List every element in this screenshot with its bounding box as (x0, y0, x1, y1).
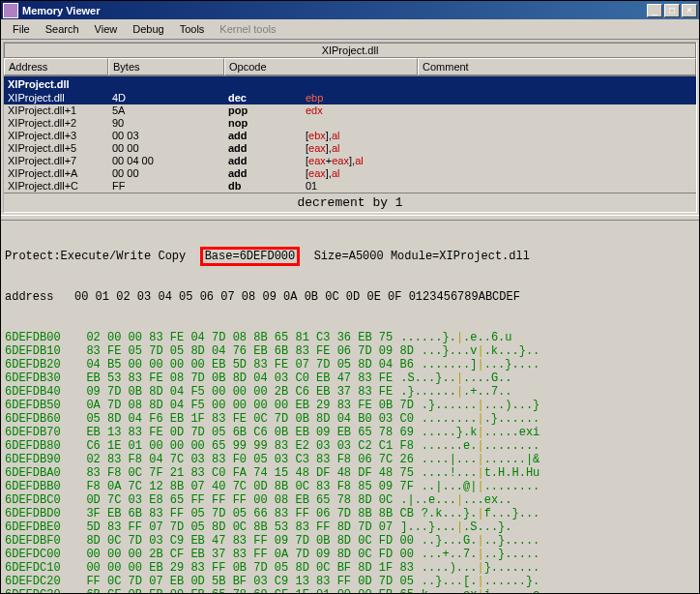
hex-row[interactable]: 6DEFDB30 EB 53 83 FE 08 7D 0B 8D 04 03 C… (5, 371, 695, 385)
hex-row[interactable]: 6DEFDBA0 83 F8 0C 7F 21 83 C0 FA 74 15 4… (5, 466, 695, 480)
hex-row[interactable]: 6DEFDBF0 8D 0C 7D 03 C9 EB 47 83 FF 09 7… (5, 534, 695, 548)
col-address[interactable]: Address (4, 58, 108, 75)
menu-search[interactable]: Search (38, 21, 87, 37)
col-bytes[interactable]: Bytes (108, 58, 224, 75)
close-button[interactable]: × (682, 4, 697, 17)
hex-info-line: Protect:Execute/Write Copy Base=6DEFD000… (5, 250, 695, 263)
hex-row[interactable]: 6DEFDBD0 3F EB 6B 83 FF 05 7D 05 66 83 F… (5, 507, 695, 520)
base-highlight: Base=6DEFD000 (200, 247, 301, 266)
hex-row[interactable]: 6DEFDBB0 F8 0A 7C 12 8B 07 40 7C 0D 8B 0… (5, 480, 695, 493)
disasm-row[interactable]: XIProject.dll+CFFdb01 (4, 180, 696, 193)
col-opcode[interactable]: Opcode (224, 58, 418, 75)
menubar: File Search View Debug Tools Kernel tool… (1, 19, 699, 40)
hex-row[interactable]: 6DEFDB70 EB 13 83 FE 0D 7D 05 6B C6 0B E… (5, 426, 695, 439)
disasm-row[interactable]: XIProject.dll+300 03add[ebx],al (4, 130, 696, 142)
menu-kernel-tools[interactable]: Kernel tools (212, 21, 283, 37)
hex-panel[interactable]: Protect:Execute/Write Copy Base=6DEFD000… (1, 221, 699, 594)
hex-row[interactable]: 6DEFDB20 04 B5 00 00 00 00 EB 5D 83 FE 0… (5, 358, 695, 371)
window-title: Memory Viewer (22, 5, 647, 16)
disasm-row[interactable]: XIProject.dll+A00 00add[eax],al (4, 167, 696, 180)
menu-file[interactable]: File (5, 21, 38, 37)
hex-row[interactable]: 6DEFDB80 C6 1E 01 00 00 00 65 99 99 83 E… (5, 439, 695, 453)
col-comment[interactable]: Comment (418, 58, 696, 75)
hex-row[interactable]: 6DEFDB10 83 FE 05 7D 05 8D 04 76 EB 6B 8… (5, 344, 695, 358)
disasm-row[interactable]: XIProject.dll+700 04 00add[eax+eax],al (4, 155, 696, 167)
hex-row[interactable]: 6DEFDB50 0A 7D 08 8D 04 F5 00 00 00 00 E… (5, 399, 695, 412)
disasm-row[interactable]: XIProject.dll4Ddecebp (4, 92, 696, 104)
column-headers: Address Bytes Opcode Comment (4, 58, 696, 76)
window-controls: _ □ × (647, 4, 697, 17)
module-header: XIProject.dll (4, 43, 696, 58)
disasm-panel: XIProject.dll Address Bytes Opcode Comme… (3, 42, 697, 213)
hex-row[interactable]: 6DEFDC30 6B CF 0B EB 09 EB 65 78 69 CF 1… (5, 588, 695, 594)
disasm-row[interactable]: XIProject.dll+500 00add[eax],al (4, 142, 696, 155)
hex-row[interactable]: 6DEFDB40 09 7D 0B 8D 04 F5 00 00 00 2B C… (5, 385, 695, 399)
maximize-button[interactable]: □ (664, 4, 680, 17)
hint-bar: decrement by 1 (4, 193, 696, 212)
hex-row[interactable]: 6DEFDC20 FF 0C 7D 07 EB 0D 5B BF 03 C9 1… (5, 575, 695, 588)
hex-offsets: address 00 01 02 03 04 05 06 07 08 09 0A… (5, 290, 695, 304)
app-icon (3, 3, 18, 18)
menu-debug[interactable]: Debug (125, 21, 171, 37)
disasm-list[interactable]: XIProject.dll XIProject.dll4DdecebpXIPro… (4, 76, 696, 193)
hex-row[interactable]: 6DEFDB90 02 83 F8 04 7C 03 83 F0 05 03 C… (5, 453, 695, 466)
hex-row[interactable]: 6DEFDBE0 5D 83 FF 07 7D 05 8D 0C 8B 53 8… (5, 520, 695, 534)
menu-view[interactable]: View (87, 21, 126, 37)
hex-row[interactable]: 6DEFDBC0 0D 7C 03 E8 65 FF FF FF 00 08 E… (5, 493, 695, 507)
hex-row[interactable]: 6DEFDC00 00 00 00 2B CF EB 37 83 FF 0A 7… (5, 548, 695, 561)
titlebar: Memory Viewer _ □ × (1, 1, 699, 19)
hex-row[interactable]: 6DEFDB00 02 00 00 83 FE 04 7D 08 8B 65 8… (5, 331, 695, 344)
hex-row[interactable]: 6DEFDC10 00 00 00 EB 29 83 FF 0B 7D 05 8… (5, 561, 695, 575)
hex-row[interactable]: 6DEFDB60 05 8D 04 F6 EB 1F 83 FE 0C 7D 0… (5, 412, 695, 426)
disasm-row[interactable]: XIProject.dll+15Apopedx (4, 104, 696, 117)
minimize-button[interactable]: _ (647, 4, 662, 17)
section-header[interactable]: XIProject.dll (4, 76, 696, 92)
disasm-row[interactable]: XIProject.dll+290nop (4, 117, 696, 130)
menu-tools[interactable]: Tools (172, 21, 213, 37)
